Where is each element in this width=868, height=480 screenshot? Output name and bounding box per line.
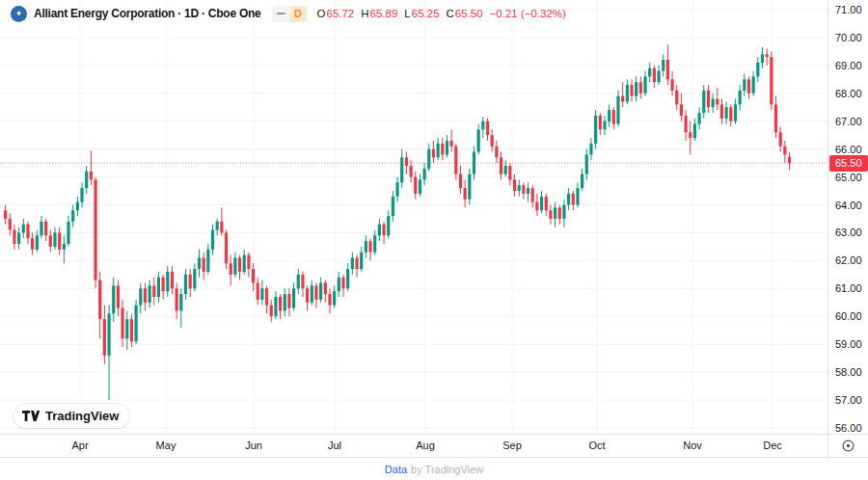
candle-body [166,272,169,291]
candle-body [648,68,651,77]
low-label: L [404,8,410,19]
candle-body [518,185,521,191]
candle-body [176,288,178,310]
time-axis-label: May [156,440,176,452]
chart-canvas[interactable]: ✦ Alliant Energy Corporation · 1D · Cboe… [0,0,827,434]
ohlc-open: O65.72 [317,8,355,19]
candle-body [17,232,20,244]
candle-body [260,288,263,300]
candlestick-chart[interactable] [0,0,827,434]
price-axis-label: 62.00 [835,254,862,267]
time-axis-label: Dec [763,440,782,452]
price-axis-label: 58.00 [835,366,862,379]
candle-body [112,285,115,313]
candle-body [486,121,489,135]
candle-body [697,113,700,124]
time-axis-label: Sep [502,440,522,452]
candle-body [130,319,133,341]
candle-body [238,257,241,271]
candle-body [220,222,223,233]
candle-body [328,294,331,306]
ohlc-high: H65.89 [361,8,397,19]
candle-body [739,91,742,104]
chart-settings-icon[interactable] [841,439,855,453]
close-label: C [447,8,454,19]
candle-body [608,110,610,121]
tradingview-mark-icon [22,411,41,421]
candle-body [184,275,187,294]
candle-body [203,257,205,271]
ohlc-values: O65.72 H65.89 L65.25 C65.50 −0.21 (−0.32… [315,8,568,19]
price-axis-label: 67.00 [835,116,862,128]
candle-body [432,149,435,158]
candle-body [549,210,552,219]
candle-body [558,207,561,219]
price-axis-label: 70.00 [835,32,862,44]
candle-body [211,230,214,250]
time-axis-label: Oct [588,440,605,452]
candle-body [292,288,295,307]
candle-body [324,283,327,295]
candle-body [53,232,56,246]
candle-body [9,219,12,230]
candle-body [635,82,637,95]
candle-body [311,285,313,302]
candle-body [189,275,192,288]
candle-body [49,235,52,247]
candle-body [26,225,29,238]
price-axis-label: 57.00 [835,394,862,407]
candle-body [603,121,606,130]
candle-body [743,79,746,91]
change-value: −0.21 (−0.32%) [490,8,566,19]
candle-body [779,132,782,146]
price-axis-label: 65.00 [835,172,862,184]
candle-body [535,202,538,211]
candle-body [36,235,39,249]
candle-body [581,174,583,188]
candle-body [44,222,47,235]
open-label: O [317,8,326,19]
dash-icon [272,6,290,22]
candle-body [522,185,525,194]
candle-body [98,280,101,320]
candle-body [675,91,678,104]
candle-body [594,116,597,144]
symbol-title-chip[interactable]: ✦ Alliant Energy Corporation · 1D · Cboe… [9,6,263,22]
time-axis-label: Nov [683,440,702,452]
interval-badge[interactable]: D [272,6,307,22]
candle-body [639,82,642,93]
axis-corner [827,434,868,457]
low-value: 65.25 [412,8,440,19]
candle-body [265,288,268,305]
candle-body [725,107,728,119]
attribution-text: by TradingView [411,464,483,475]
candle-body [117,285,120,307]
candle-body [454,147,457,174]
candle-body [630,85,633,96]
data-link[interactable]: Data [385,464,407,475]
price-axis-label: 59.00 [835,338,862,351]
price-axis[interactable]: 65.50 71.0070.0069.0068.0067.0066.0065.0… [827,0,868,457]
candle-body [766,54,769,57]
symbol-title[interactable]: Alliant Energy Corporation · 1D · Cboe O… [34,7,261,20]
candle-body [287,294,290,307]
candle-body [747,79,750,93]
candle-body [306,288,309,302]
candle-body [567,194,570,205]
candle-body [58,232,61,249]
candle-body [643,76,646,93]
candle-body [729,107,732,120]
candle-body [274,297,277,316]
candle-body [422,169,425,180]
candle-body [774,104,777,132]
tradingview-logo[interactable]: TradingView [14,404,129,428]
time-axis[interactable]: AprMayJunJulAugSepOctNovDec [0,434,827,457]
candle-body [233,257,236,274]
candle-body [419,179,421,193]
candle-body [400,157,403,182]
price-axis-label: 66.00 [835,144,862,156]
candle-body [90,172,93,180]
candle-body [527,188,529,194]
candle-body [504,166,507,174]
candle-body [734,104,737,120]
